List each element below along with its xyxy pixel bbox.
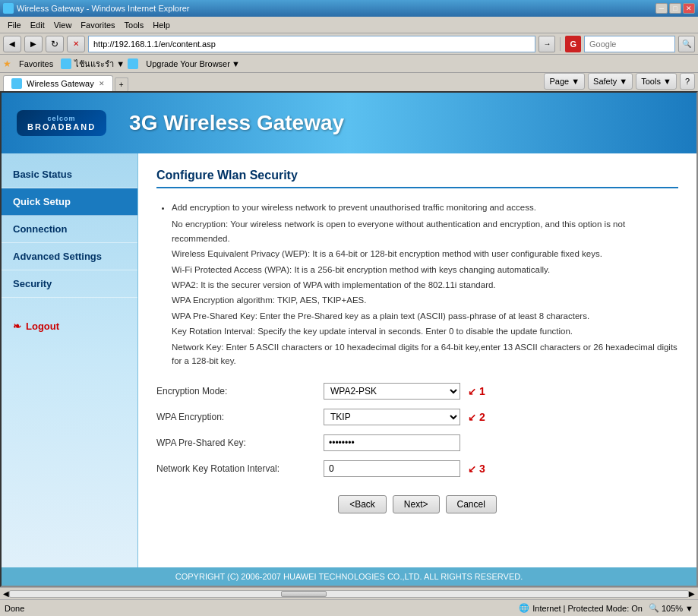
wpa-key-input[interactable] (324, 434, 460, 451)
logout-icon: ❧ (13, 321, 21, 332)
network-key-input[interactable] (324, 460, 460, 477)
menu-file[interactable]: File (3, 19, 26, 31)
menu-edit[interactable]: Edit (26, 19, 49, 31)
zoom-level: 105% (662, 604, 683, 613)
back-button[interactable]: ◀ (3, 36, 21, 52)
address-input[interactable] (88, 36, 535, 52)
sidebar-item-security[interactable]: Security (2, 270, 137, 298)
tab-label: Wireless Gateway (27, 79, 94, 88)
network-key-label: Network Key Rotation Interval: (156, 463, 324, 474)
upgrade-browser-button[interactable]: Upgrade Your Browser ▼ (141, 58, 245, 70)
info-section: Add encryption to your wireless network … (156, 201, 678, 368)
tools-menu-button[interactable]: Tools ▼ (636, 73, 677, 90)
info-para-4: WPA2: It is the securer version of WPA w… (172, 278, 678, 292)
help-button[interactable]: ? (680, 73, 695, 90)
logo-bottom-text: BROADBAND (27, 122, 96, 131)
annotation-1: 1 (479, 385, 485, 397)
wpa-encryption-row: WPA Encryption: TKIP AES TKIP+AES ↙ 2 (156, 409, 678, 425)
zoom-icon: 🔍 (649, 603, 659, 613)
sidebar-item-advanced-settings[interactable]: Advanced Settings (2, 243, 137, 270)
scroll-right-button[interactable]: ▶ (689, 589, 695, 598)
info-para-2: Wireless Equivalent Privacy (WEP): It is… (172, 247, 678, 261)
annotation-2: 2 (479, 411, 485, 423)
stop-button[interactable]: ✕ (67, 36, 85, 52)
info-bullet-1: Add encryption to your wireless network … (172, 201, 678, 214)
window-icon (3, 3, 14, 14)
logo-top-text: celcom (27, 115, 96, 122)
browser-content: celcom BROADBAND 3G Wireless Gateway Bas… (0, 91, 698, 587)
search-input[interactable] (584, 36, 675, 52)
page-header: celcom BROADBAND 3G Wireless Gateway (2, 93, 696, 153)
logout-label: Logout (26, 321, 59, 332)
info-para-5: WPA Encryption algorithm: TKIP, AES, TKI… (172, 293, 678, 307)
sidebar: Basic Status Quick Setup Connection Adva… (2, 153, 138, 567)
sidebar-item-connection[interactable]: Connection (2, 216, 137, 243)
scroll-track[interactable] (9, 590, 689, 598)
window-title: Wireless Gateway - Windows Internet Expl… (17, 4, 189, 13)
status-right: 🌐 Internet | Protected Mode: On 🔍 105% ▼ (519, 603, 693, 613)
info-para-7: Key Rotation Interval: Specify the key u… (172, 324, 678, 338)
new-tab-button[interactable]: + (115, 77, 128, 91)
section-title: Configure Wlan Security (156, 169, 678, 188)
refresh-button[interactable]: ↻ (46, 36, 64, 52)
ie-icon (61, 58, 71, 69)
zoom-area[interactable]: 🔍 105% ▼ (649, 603, 693, 613)
cancel-button[interactable]: Cancel (446, 495, 497, 513)
address-bar: ◀ ▶ ↻ ✕ → G 🔍 (0, 33, 698, 55)
wpa-encryption-select[interactable]: TKIP AES TKIP+AES (324, 409, 460, 425)
close-button[interactable]: ✕ (683, 3, 695, 14)
info-para-3: Wi-Fi Protected Access (WPA): It is a 25… (172, 263, 678, 276)
menu-tools[interactable]: Tools (120, 19, 149, 31)
ie-icon2 (128, 58, 138, 69)
arrow2-icon: ↙ (468, 412, 476, 423)
google-badge: G (565, 36, 581, 52)
upgrade-arrow-icon: ▼ (232, 59, 240, 68)
encryption-mode-label: Encryption Mode: (156, 386, 324, 396)
menu-help[interactable]: Help (148, 19, 175, 31)
next-button[interactable]: Next> (393, 495, 440, 513)
info-para-1: No encryption: Your wireless network is … (172, 217, 678, 245)
maximize-button[interactable]: □ (669, 3, 681, 14)
status-bar: Done 🌐 Internet | Protected Mode: On 🔍 1… (0, 599, 698, 616)
favorites-button[interactable]: Favorites (14, 58, 58, 70)
arrow1-icon: ↙ (468, 386, 476, 397)
menu-view[interactable]: View (49, 19, 77, 31)
star-icon: ★ (3, 58, 11, 69)
browser-tab-active[interactable]: Wireless Gateway ✕ (3, 75, 113, 91)
page-footer: COPYRIGHT (C) 2006-2007 HUAWEI TECHNOLOG… (2, 567, 696, 586)
tab-icon (11, 78, 22, 89)
scroll-thumb[interactable] (281, 591, 327, 597)
globe-icon: 🌐 (519, 603, 529, 613)
separator (560, 37, 561, 51)
horizontal-scrollbar[interactable]: ◀ ▶ (0, 587, 698, 599)
safety-menu-button[interactable]: Safety ▼ (588, 73, 633, 90)
back-button[interactable]: <Back (338, 495, 387, 513)
wpa-key-label: WPA Pre-Shared Key: (156, 438, 324, 448)
title-bar: Wireless Gateway - Windows Internet Expl… (0, 0, 698, 17)
main-content: Configure Wlan Security Add encryption t… (138, 153, 696, 567)
zone-text: Internet | Protected Mode: On (532, 604, 643, 613)
form-section: Encryption Mode: None WEP WPA-PSK WPA2-P… (156, 383, 678, 477)
sidebar-item-quick-setup[interactable]: Quick Setup (2, 188, 137, 216)
page-body: Basic Status Quick Setup Connection Adva… (2, 153, 696, 567)
wpa-encryption-label: WPA Encryption: (156, 412, 324, 422)
network-key-row: Network Key Rotation Interval: ↙ 3 (156, 460, 678, 477)
encryption-mode-select[interactable]: None WEP WPA-PSK WPA2-PSK (324, 383, 460, 400)
tab-close-icon[interactable]: ✕ (99, 80, 105, 87)
logo: celcom BROADBAND (17, 110, 106, 136)
page-title: 3G Wireless Gateway (129, 111, 344, 135)
favorites-item1[interactable]: ไช้นแระรำ ▼ (74, 57, 125, 71)
page-menu-button[interactable]: Page ▼ (544, 73, 585, 90)
logout-button[interactable]: ❧ Logout (2, 313, 137, 340)
scroll-left-button[interactable]: ◀ (3, 589, 9, 598)
minimize-button[interactable]: ─ (655, 3, 668, 14)
info-para-8: Network Key: Enter 5 ASCII characters or… (172, 340, 678, 368)
sidebar-item-basic-status[interactable]: Basic Status (2, 161, 137, 188)
tab-bar: Wireless Gateway ✕ + Page ▼ Safety ▼ Too… (0, 73, 698, 91)
forward-button[interactable]: ▶ (24, 36, 43, 52)
menu-favorites[interactable]: Favorites (76, 19, 119, 31)
go-button[interactable]: → (539, 36, 555, 52)
info-para-6: WPA Pre-Shared Key: Enter the Pre-Shared… (172, 309, 678, 323)
status-text: Done (5, 604, 24, 613)
search-button[interactable]: 🔍 (678, 36, 695, 52)
